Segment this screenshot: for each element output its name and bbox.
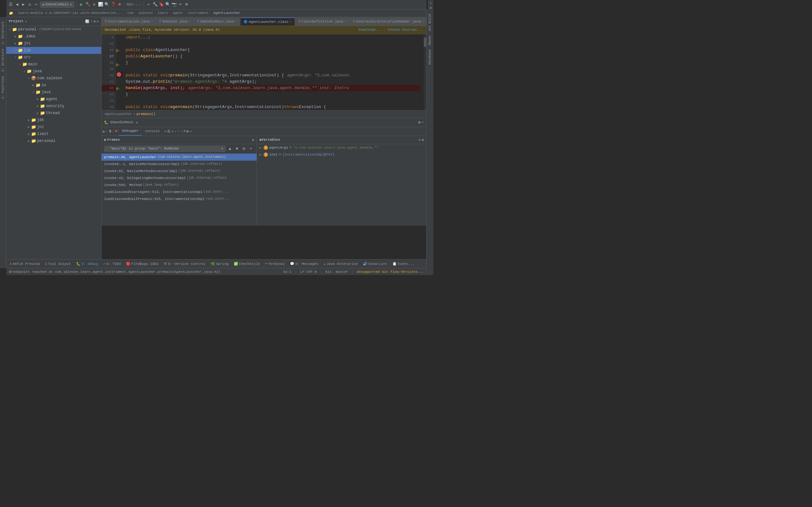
checkstyle-btn[interactable]: ✅ CheckStyle [233, 261, 261, 267]
editor-scrollbar[interactable] [424, 34, 426, 110]
debug-close-icon[interactable]: ✕ [136, 120, 138, 124]
tab-ehandle-close[interactable]: ✕ [189, 20, 191, 23]
maven-tab[interactable]: Maven [427, 34, 432, 47]
debug-minimize-icon[interactable]: — [421, 120, 424, 124]
breadcrumb-class[interactable]: AgentLauncher [213, 11, 241, 15]
z-structure-tab[interactable]: Z: Structure [1, 47, 5, 73]
tree-root[interactable]: ▾ 📁 personal ~/IdeaProjects/personal [6, 26, 101, 33]
thread-filter-btn[interactable]: ⊘ [241, 146, 247, 152]
tree-io[interactable]: ▶ 📁 io [6, 82, 101, 89]
debug-step-over-icon[interactable]: ↷ [171, 129, 173, 133]
tree-jni-sub[interactable]: ▶ 📁 jni [6, 124, 101, 130]
breadcrumb-saleson[interactable]: saleson [138, 11, 153, 15]
tree-java[interactable]: ▾ 📁 java [6, 68, 101, 75]
frame-item-5[interactable]: loadClassAndStartAgent:513, Instrumentat… [101, 188, 257, 195]
debug-resume-icon[interactable]: ▶ [103, 129, 105, 134]
tree-thread[interactable]: ▶ 📁 thread [6, 110, 101, 117]
forward-icon[interactable]: ▶ [21, 2, 26, 7]
back-icon[interactable]: ◀ [14, 2, 20, 7]
frame-item-2[interactable]: invoke:62, NativeMethodAccessorImpl (jdk… [101, 168, 257, 175]
messages-btn[interactable]: 💬 0: Messages [289, 261, 320, 267]
java-enterprise-btn[interactable]: ☕ Java Enterprise [322, 261, 359, 267]
tool-output-btn[interactable]: A Tool Output [44, 262, 72, 267]
findbugs-btn[interactable]: 🔴 FindBugs-IDEA [125, 261, 160, 267]
bookmark-icon[interactable]: 🔖 [159, 2, 164, 7]
tab-ehandle[interactable]: E EHandle.java ✕ [156, 17, 194, 26]
tree-jdk[interactable]: ▶ 📁 jdk [6, 117, 101, 124]
debug-restore-icon[interactable]: ↩ [164, 129, 166, 133]
fold-40-arrow[interactable]: ▾ [118, 63, 120, 67]
tree-security[interactable]: ▶ 📁 security [6, 103, 101, 110]
thread-add-btn[interactable]: + [248, 146, 254, 152]
help-icon[interactable]: ❓ [111, 2, 116, 7]
build-icon[interactable]: 🔨 [85, 2, 90, 7]
var-restore-icon[interactable]: ↩ [419, 138, 421, 142]
debug-tab-console[interactable]: Console [142, 127, 163, 135]
breadcrumb-module[interactable]: learn-module-1.0-SNAPSHOT-jar-with-depen… [18, 11, 123, 15]
run-icon[interactable]: ▶ [79, 2, 84, 7]
menu-icon[interactable]: ☰ [8, 2, 13, 7]
camera-icon[interactable]: 📷 [171, 2, 177, 7]
var-agentargs[interactable]: ▶ i agentArgs = "3,com.saleson.learn.jav… [257, 144, 426, 151]
search2-icon[interactable]: 🔍 [165, 2, 170, 7]
debug-more-icon[interactable]: ⋯ [190, 129, 192, 133]
var-settings-icon[interactable]: ⚙ [421, 138, 424, 142]
tab-instrumentation-close[interactable]: ✕ [151, 20, 153, 23]
thread-up-btn[interactable]: ▲ [227, 146, 233, 152]
debug-step-into-icon[interactable]: ↓ [174, 129, 177, 133]
terminal-btn[interactable]: ⌨ Terminal [264, 261, 286, 267]
refresh-icon[interactable]: ↻ [27, 2, 32, 7]
thread-down-btn[interactable]: ▼ [234, 146, 240, 152]
sidebar-settings-icon[interactable]: ⚙ [94, 19, 96, 23]
debug-layout-icon[interactable]: ☰ [167, 129, 170, 133]
breadcrumb-agent[interactable]: agent [172, 11, 183, 15]
var-inst-expand[interactable]: ▶ [259, 153, 261, 157]
debug-eval-icon[interactable]: ≡ [184, 129, 186, 133]
favorites-tab[interactable]: 2: Favorites [1, 74, 5, 101]
var-inst[interactable]: ▶ i inst = {InstrumentationImpl@767} [257, 151, 426, 158]
breadcrumb-instrument[interactable]: instrument [188, 11, 209, 15]
frames-settings-icon[interactable]: ⚙ [252, 138, 254, 142]
thread-dropdown[interactable]: ✓ "main"@1 in group "main": RUNNING ▾ [104, 146, 225, 152]
frame-item-3[interactable]: invoke:43, DelegatingMethodAccessorImpl … [101, 175, 257, 181]
breadcrumb-learn[interactable]: learn [158, 11, 168, 15]
tree-limit[interactable]: ▶ 📁 limit [6, 130, 101, 137]
tab-ehandlemain-close[interactable]: ✕ [235, 20, 237, 23]
antlr-preview-btn[interactable]: A ANTLR Preview [8, 262, 41, 267]
tree-main[interactable]: ▾ 📁 main [6, 61, 101, 68]
sidebar-scroll-icon[interactable]: ↕ [90, 19, 93, 23]
event-btn[interactable]: 📋 Event... [391, 261, 416, 267]
debug-btn[interactable]: 🐛 5: Debug [75, 261, 100, 267]
tab-centraldir[interactable]: J CentralDirectoryFileHeader.java ✕ [350, 17, 426, 26]
tab-agentlauncher-close[interactable]: ✕ [290, 20, 292, 23]
ant-build-tab[interactable]: Ant Build [427, 12, 432, 33]
tree-src[interactable]: ▾ 📁 src [6, 54, 101, 61]
tab-agentlauncher[interactable]: 🔵 AgentLauncher.class ✕ [241, 17, 295, 26]
tree-lib[interactable]: ▶ 📁 lib [6, 47, 101, 54]
tree-personal-sub[interactable]: ▶ 📁 personal [6, 137, 101, 145]
fold-37-arrow[interactable]: ▾ [118, 49, 120, 53]
code-nav-class[interactable]: AgentLauncher [105, 112, 132, 116]
todo-btn[interactable]: ✓ 6: TODO [102, 261, 122, 267]
tab-classdefinition[interactable]: J ClassDefinition.java ✕ [295, 17, 350, 26]
tree-java-sub[interactable]: ▾ 📁 java [6, 89, 101, 96]
frame-item-1[interactable]: invoke0:-1, NativeMethodAccessorImpl (jd… [101, 161, 257, 168]
tree-idea[interactable]: ▶ 📁 .idea [6, 33, 101, 40]
coverage-icon[interactable]: 📊 [98, 2, 103, 7]
spring-btn[interactable]: 🌿 Spring [209, 261, 230, 267]
tab-ehandlemain[interactable]: E EHandleMain.java ✕ [194, 17, 241, 26]
debug-settings-icon[interactable]: ⚙ [418, 120, 420, 125]
sonarlint-btn[interactable]: 🔊 SonarLint [362, 261, 388, 267]
database-tab[interactable]: Database [427, 48, 432, 66]
branch-selector[interactable]: ⚙ EHandleMain ▾ [40, 2, 74, 8]
breadcrumb-root[interactable]: 📁 [9, 11, 13, 15]
debug-step-out-icon[interactable]: ↑ [177, 129, 180, 133]
debug-tab-debugger[interactable]: Debugger [119, 127, 142, 135]
choose-sources-link[interactable]: Choose Sources... [388, 28, 423, 32]
debug-stop-btn-icon[interactable]: ■ [115, 129, 117, 133]
sidebar-scope-icon[interactable]: 🔄 [85, 19, 90, 23]
sidebar-close-icon[interactable]: ✕ [96, 19, 99, 23]
structure-tab[interactable]: 2: Structure [1, 20, 5, 46]
editor-scrollbar-thumb[interactable] [424, 38, 426, 47]
terminal-icon[interactable]: ⌨ [178, 2, 183, 7]
